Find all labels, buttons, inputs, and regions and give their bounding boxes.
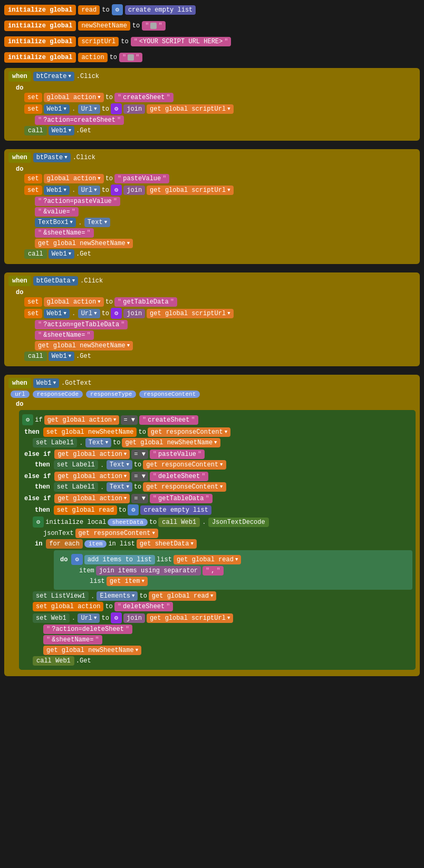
str-createsheet: " createSheet " [114, 93, 174, 102]
global-action-var1[interactable]: global action [44, 93, 104, 102]
init-scripturl: initialize global scriptUrl to " <YOUR S… [4, 36, 420, 47]
global-action-var3[interactable]: global action [44, 297, 104, 307]
init-global-label4: initialize global [4, 52, 76, 63]
web1-call1[interactable]: Web1 [49, 126, 74, 135]
str-pastevalue-if: " pasteValue " [150, 450, 205, 459]
str-action-create: " ?action=createSheet " [35, 115, 124, 125]
when-btpaste: when btPaste .Click do set global action… [4, 149, 420, 264]
param-responsecontent: responseContent [139, 391, 200, 398]
get-action-elseif1[interactable]: get global action [54, 450, 130, 459]
jsontext-row: jsonText get responseContent [22, 529, 412, 538]
list-item-row: list get item [58, 577, 408, 586]
set-comp1: set [24, 104, 42, 114]
var-read: read [78, 5, 100, 15]
global-action-var2[interactable]: global action [44, 174, 104, 183]
eq1: = ▼ [121, 415, 138, 425]
init-newsheetname: initialize global newSheetName to "" [4, 21, 420, 31]
set-web1-url2: set Web1 . Url to ⚙ join get global scri… [14, 184, 416, 196]
set-action-pastevalue: set global action to " pasteValue " [14, 174, 416, 183]
do-add-items: do ⚙ add items to list list get global r… [58, 554, 408, 565]
gear-join1: ⚙ [111, 103, 122, 114]
str-sheetname-del: " &sheetName= " [22, 635, 412, 645]
then-row4a: then set global read to ⚙ create empty l… [22, 504, 412, 515]
when-label2: when [8, 152, 31, 163]
call-label1: call [24, 126, 47, 135]
set-action-del2: set global action to " deleteSheet " [22, 602, 412, 611]
comp-btgetdata[interactable]: btGetData [33, 276, 78, 286]
create-empty-list: create empty list [125, 5, 196, 15]
set-web1-url1: set Web1 . Url to ⚙ join get global scri… [14, 103, 416, 114]
do-label: do [14, 83, 25, 93]
get-newsheetname-del: get global newSheetName [22, 646, 412, 655]
set-web1-url-del: set Web1 . Url to ⚙ join get global scri… [22, 612, 412, 623]
init-global-label2: initialize global [4, 21, 76, 31]
then-row3: then set Label1 . Text to get responseCo… [22, 482, 412, 492]
init-action: initialize global action to "" [4, 52, 420, 63]
do-label2: do [14, 164, 25, 174]
if-row1: ⚙ if get global action = ▼ " createSheet… [22, 414, 412, 425]
str-empty1: "" [142, 21, 165, 31]
set-web1-url3: set Web1 . Url to ⚙ join get global scri… [14, 308, 416, 319]
textbox-text: TextBox1 . Text [14, 218, 416, 227]
get-action-if1[interactable]: get global action [44, 415, 120, 425]
comp-btpaste[interactable]: btPaste [33, 153, 71, 162]
when-btgetdata: when btGetData .Click do set global acti… [4, 272, 420, 366]
then-row1b: set Label1 . Text to get global newSheet… [22, 438, 412, 447]
to-label2: to [132, 22, 140, 30]
call-web1-get3: call Web1 .Get [14, 352, 416, 361]
when-label3: when [8, 276, 31, 286]
str-pastevalue: " pasteValue " [114, 174, 169, 183]
init-read: initialize global read to ⚙ create empty… [4, 4, 420, 15]
get-action-elseif2[interactable]: get global action [54, 472, 130, 481]
str-scripturl: " <YOUR SCRIPT URL HERE> " [131, 37, 232, 46]
if-block-main: ⚙ if get global action = ▼ " createSheet… [19, 410, 416, 670]
str-gettabledata-if: " getTableData " [150, 494, 213, 503]
call-web1-get2: call Web1 .Get [14, 249, 416, 259]
set-global-action1: set [24, 93, 42, 102]
str-createsheet-if: " createSheet " [139, 415, 198, 425]
do-label3: do [14, 288, 25, 297]
str-gettabledata-action: " ?action=getTableData " [14, 320, 416, 329]
str-gettabledata: " getTableData " [114, 297, 177, 307]
init-global-label3: initialize global [4, 36, 76, 47]
elseif-row3: else if get global action = ▼ " getTable… [22, 494, 412, 503]
item-join-row: item join items using separator " , " [58, 566, 408, 576]
to-label4: to [110, 54, 117, 61]
when-label: when [8, 71, 31, 82]
init-local-sheetdata: ⚙ initialize local sheetData to call Web… [22, 516, 412, 528]
str-del-action2: " ?action=deleteSheet " [22, 625, 412, 634]
param-url: url [11, 391, 30, 398]
comp-btcreate[interactable]: btCreate [33, 72, 74, 81]
when-btcreate: when btCreate .Click do set global actio… [4, 68, 420, 141]
create-empty-list2: create empty list [140, 505, 211, 515]
str-empty2: "" [119, 53, 142, 62]
then-row1: then set global newSheetName to get resp… [22, 427, 412, 437]
init-global-label: initialize global [4, 5, 76, 15]
foreach-blk: for each [46, 539, 83, 549]
str-deletesheet-if: " deleteSheet " [150, 472, 209, 481]
get-newsheetname2: get global newSheetName [14, 341, 416, 350]
set-action-gettabledata: set global action to " getTableData " [14, 297, 416, 307]
set-action-createsheet: set global action to " createSheet " [14, 93, 416, 102]
set-listview: set ListView1 . Elements to get global r… [22, 591, 412, 601]
gottext-label: .GotText [61, 379, 92, 387]
sheetdata-pill: sheetData [108, 519, 147, 526]
get-scripturl1[interactable]: get global scriptUrl [147, 104, 233, 114]
elseif-row1: else if get global action = ▼ " pasteVal… [22, 450, 412, 459]
url-prop1[interactable]: Url [78, 104, 100, 114]
get-action-elseif3[interactable]: get global action [54, 494, 130, 503]
web1-comp1[interactable]: Web1 [44, 104, 70, 114]
call-web1-get1: call Web1 .Get [14, 126, 416, 135]
var-action: action [78, 53, 107, 62]
do-label4: do [14, 399, 25, 409]
click-label2: .Click [73, 154, 95, 161]
param-responsecode: responseCode [33, 391, 83, 398]
var-scripturl: scriptUrl [78, 37, 119, 46]
in-row: in for each item in list get sheetData [22, 539, 412, 549]
elseif-row2: else if get global action = ▼ " deleteSh… [22, 472, 412, 481]
str-sheetname: " &sheetName= " [14, 228, 416, 238]
gear-if: ⚙ [22, 414, 33, 425]
item-pill: item [84, 540, 107, 548]
str-value: " &value= " [14, 207, 416, 217]
comp-web1[interactable]: Web1 [33, 378, 59, 388]
